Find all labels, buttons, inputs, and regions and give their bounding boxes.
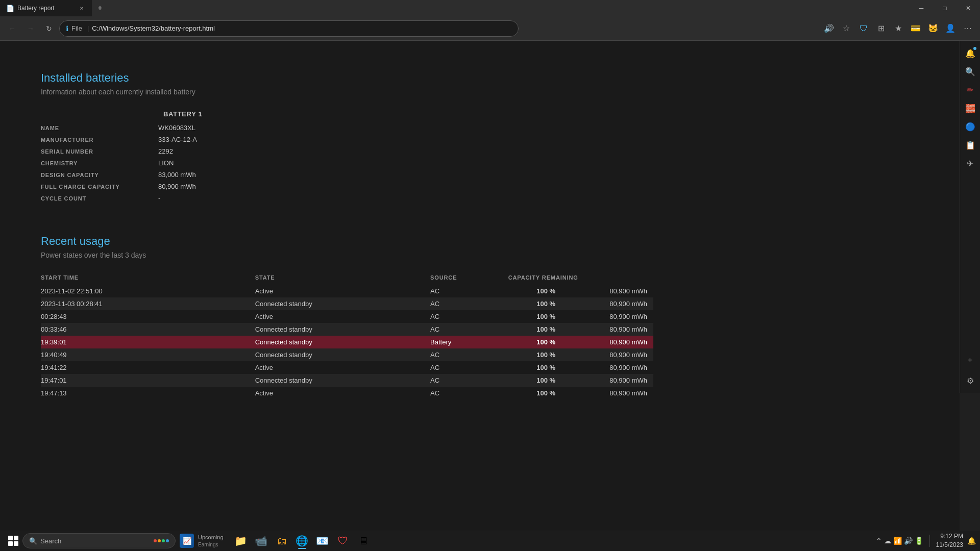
- battery-label-cycle-count: CYCLE COUNT: [41, 195, 158, 202]
- mail-icon: 📧: [316, 535, 329, 547]
- battery-row-manufacturer: MANUFACTURER 333-AC-12-A: [41, 134, 398, 145]
- notification-center-icon[interactable]: 🔔: [967, 537, 976, 545]
- new-tab-button[interactable]: +: [92, 0, 108, 16]
- forward-button[interactable]: →: [22, 20, 39, 37]
- profile-icon[interactable]: 👤: [942, 20, 959, 37]
- tray-cloud-icon[interactable]: ☁: [884, 537, 891, 545]
- cell-state: Active: [255, 361, 430, 374]
- collections-icon[interactable]: ★: [890, 20, 906, 37]
- cell-mwh: 80,900 mWh: [564, 387, 653, 399]
- files-icon: 🗂: [277, 535, 287, 547]
- sidebar-settings-icon[interactable]: ⚙: [962, 372, 978, 389]
- cell-source: AC: [430, 361, 508, 374]
- taskbar-file-explorer[interactable]: 📁: [232, 532, 250, 550]
- usage-table-body: 2023-11-02 22:51:00 Active AC 100 % 80,9…: [41, 285, 653, 399]
- upcoming-text: Upcoming Earnings: [198, 534, 224, 547]
- cell-datetime: 19:47:01: [41, 374, 255, 387]
- battery-value-chemistry: LION: [158, 159, 174, 167]
- copilot-icon[interactable]: 🐱: [925, 20, 941, 37]
- tray-up-arrow-icon[interactable]: ⌃: [876, 537, 882, 545]
- cell-mwh: 80,900 mWh: [564, 285, 653, 297]
- taskbar-teams[interactable]: 📹: [252, 532, 271, 550]
- maximize-button[interactable]: □: [933, 0, 957, 16]
- taskbar-edge[interactable]: 🌐: [293, 532, 311, 550]
- tray-divider: [929, 535, 930, 547]
- cell-source: AC: [430, 285, 508, 297]
- installed-batteries-section: Installed batteries Information about ea…: [41, 71, 653, 204]
- taskbar-antivirus[interactable]: 🛡: [334, 532, 352, 550]
- close-button[interactable]: ✕: [957, 0, 980, 16]
- col-source: SOURCE: [430, 271, 508, 285]
- refresh-button[interactable]: ↻: [41, 20, 57, 37]
- read-aloud-icon[interactable]: 🔊: [821, 20, 837, 37]
- cell-mwh: 80,900 mWh: [564, 310, 653, 323]
- tray-volume-icon[interactable]: 🔊: [904, 537, 913, 545]
- tray-wifi-icon[interactable]: 📶: [893, 537, 902, 545]
- search-icon: 🔍: [29, 537, 37, 545]
- sidebar-search-icon[interactable]: 🔍: [962, 63, 978, 80]
- sidebar-add-icon[interactable]: +: [962, 352, 978, 368]
- cell-source: AC: [430, 310, 508, 323]
- usage-table-row: 19:39:01 Connected standby Battery 100 %…: [41, 336, 653, 348]
- title-bar-left: 📄 Battery report ✕ +: [0, 0, 910, 16]
- cell-mwh: 80,900 mWh: [564, 336, 653, 348]
- sidebar-circle-icon[interactable]: 🔵: [962, 118, 978, 135]
- cell-mwh: 80,900 mWh: [564, 361, 653, 374]
- start-button[interactable]: [4, 532, 22, 550]
- antivirus-icon: 🛡: [338, 535, 348, 547]
- clock[interactable]: 9:12 PM 11/5/2023: [936, 532, 963, 549]
- cell-source: AC: [430, 297, 508, 310]
- taskbar-apps: 📁 📹 🗂 🌐 📧 🛡 🖥: [232, 532, 373, 550]
- usage-table-row: 19:47:13 Active AC 100 % 80,900 mWh: [41, 387, 653, 399]
- wallet-icon[interactable]: 💳: [908, 20, 924, 37]
- sidebar-notifications-icon[interactable]: 🔔: [962, 45, 978, 61]
- cell-source: AC: [430, 348, 508, 361]
- search-placeholder: Search: [40, 537, 61, 545]
- cell-mwh: 80,900 mWh: [564, 374, 653, 387]
- address-bar: ← → ↻ ℹ File | C:/Windows/System32/batte…: [0, 16, 980, 41]
- cell-datetime: 00:28:43: [41, 310, 255, 323]
- browser-content: Installed batteries Information about ea…: [0, 41, 960, 531]
- cell-mwh: 80,900 mWh: [564, 348, 653, 361]
- back-button[interactable]: ←: [4, 20, 20, 37]
- minimize-button[interactable]: ─: [910, 0, 933, 16]
- taskbar-search-bar[interactable]: 🔍 Search: [22, 533, 176, 548]
- col-start-time: START TIME: [41, 271, 255, 285]
- title-bar: 📄 Battery report ✕ + ─ □ ✕: [0, 0, 980, 16]
- tray-battery-icon[interactable]: 🔋: [915, 537, 923, 545]
- sidebar-extensions-icon[interactable]: 🧱: [962, 100, 978, 116]
- cell-state: Connected standby: [255, 297, 430, 310]
- split-screen-icon[interactable]: ⊞: [873, 20, 889, 37]
- battery-label-chemistry: CHEMISTRY: [41, 160, 158, 166]
- battery-value-name: WK06083XL: [158, 124, 195, 132]
- upcoming-earnings-widget[interactable]: 📈 Upcoming Earnings: [176, 534, 228, 548]
- recent-usage-section: Recent usage Power states over the last …: [41, 235, 653, 399]
- settings-more-icon[interactable]: ⋯: [960, 20, 976, 37]
- taskbar-mail[interactable]: 📧: [313, 532, 332, 550]
- tab-close-button[interactable]: ✕: [78, 4, 86, 12]
- favorites-icon[interactable]: ☆: [838, 20, 854, 37]
- cell-state: Active: [255, 310, 430, 323]
- taskbar-files[interactable]: 🗂: [273, 532, 291, 550]
- tab-page-icon: 📄: [6, 5, 14, 12]
- usage-table-row: 2023-11-03 00:28:41 Connected standby AC…: [41, 297, 653, 310]
- sidebar-send-icon[interactable]: ✈: [962, 155, 978, 171]
- battery-value-cycle-count: -: [158, 194, 160, 202]
- right-sidebar: 🔔 🔍 ✏ 🧱 🔵 📋 ✈ + ⚙: [960, 41, 980, 393]
- battery-value-full-charge: 80,900 mWh: [158, 183, 196, 190]
- taskbar-terminal[interactable]: 🖥: [354, 532, 373, 550]
- active-tab[interactable]: 📄 Battery report ✕: [0, 0, 92, 16]
- file-label: File: [71, 24, 82, 32]
- browser-essentials-icon[interactable]: 🛡: [855, 20, 872, 37]
- installed-batteries-subtitle: Information about each currently install…: [41, 88, 653, 96]
- address-field[interactable]: ℹ File | C:/Windows/System32/battery-rep…: [59, 20, 519, 37]
- upcoming-title: Upcoming: [198, 534, 224, 541]
- url-text: C:/Windows/System32/battery-report.html: [92, 24, 512, 32]
- cell-source: AC: [430, 323, 508, 336]
- sidebar-edit-icon[interactable]: ✏: [962, 82, 978, 98]
- col-state: STATE: [255, 271, 430, 285]
- cell-pct: 100 %: [508, 374, 564, 387]
- installed-batteries-title: Installed batteries: [41, 71, 653, 85]
- sidebar-clipboard-icon[interactable]: 📋: [962, 137, 978, 153]
- taskbar: 🔍 Search 📈 Upcoming Earnings 📁 📹 🗂 🌐: [0, 531, 980, 551]
